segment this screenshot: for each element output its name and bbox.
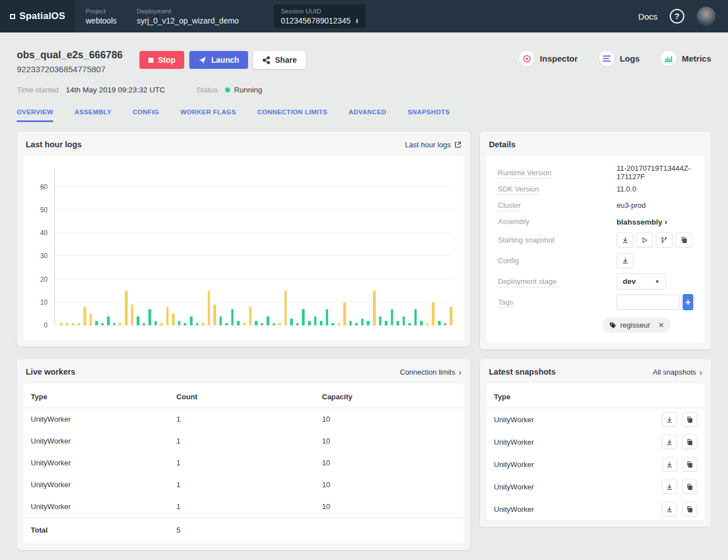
col-capacity: Capacity [315, 384, 464, 408]
last-hour-logs-link[interactable]: Last hour logs [405, 141, 461, 149]
deployment-stage-select[interactable]: dev ▼ [617, 273, 666, 290]
brand-logo[interactable]: SpatialOS [0, 0, 76, 32]
status-label: Status [197, 86, 218, 94]
log-bar-info [391, 309, 394, 325]
log-bar-warning [343, 302, 346, 325]
log-bar-warning [72, 323, 74, 325]
snapshot-type: UnityWorker [487, 453, 592, 475]
snapshot-download-button[interactable] [662, 457, 677, 472]
copy-icon [686, 416, 693, 423]
copy-icon [686, 483, 693, 491]
caret-down-icon: ▼ [655, 279, 660, 284]
latest-snapshots-table: Type UnityWorker UnityWorker [487, 384, 704, 520]
worker-count: 1 [169, 474, 315, 496]
sdk-version-value: 11.0.0 [617, 185, 636, 193]
add-tag-button[interactable]: + [683, 294, 693, 310]
y-tick-label: 50 [40, 206, 48, 214]
tab-connection-limits[interactable]: CONNECTION LIMITS [258, 109, 328, 122]
live-workers-card: Live workers Connection limits › Type Co… [17, 359, 470, 550]
log-bar-warning [278, 323, 281, 325]
user-avatar[interactable] [697, 7, 716, 26]
worker-type: UnityWorker [24, 496, 169, 518]
runtime-version-label: Runtime Version [498, 169, 617, 177]
top-navbar: SpatialOS Project webtools Deployment sy… [0, 0, 728, 32]
session-uuid-value: 0123456789012345 [281, 16, 351, 25]
bar-chart-icon [661, 51, 676, 66]
snapshot-branch-button[interactable] [656, 232, 673, 248]
snapshot-copy-button[interactable] [675, 232, 692, 248]
docs-link[interactable]: Docs [638, 12, 657, 21]
metrics-link[interactable]: Metrics [661, 51, 711, 66]
snapshot-copy-button[interactable] [682, 502, 697, 516]
worker-capacity: 10 [315, 408, 464, 431]
log-bar-warning [249, 307, 252, 325]
snapshot-copy-button[interactable] [682, 435, 697, 449]
snapshot-type: UnityWorker [487, 431, 592, 453]
log-bar-info [355, 323, 358, 325]
log-chart-plot [54, 169, 452, 325]
y-tick-label: 60 [40, 183, 48, 191]
log-bar-info [231, 309, 234, 325]
worker-capacity: 10 [315, 496, 464, 518]
log-bar-info [143, 323, 146, 325]
cluster-value: eu3-prod [617, 201, 646, 209]
deployment-stage-row: Deployment stage dev ▼ [498, 271, 693, 292]
snapshot-download-button[interactable] [662, 435, 677, 449]
snapshot-download-button[interactable] [662, 412, 677, 427]
tab-bar: OVERVIEW ASSEMBLY CONFIG WORKER FLAGS CO… [17, 109, 711, 122]
tab-advanced[interactable]: ADVANCED [349, 109, 387, 122]
y-tick-label: 20 [40, 276, 48, 283]
table-row: UnityWorker110 [24, 496, 464, 518]
snapshot-play-button[interactable] [636, 232, 653, 248]
tab-worker-flags[interactable]: WORKER FLAGS [180, 109, 236, 122]
log-bar-info [332, 323, 334, 325]
tab-snapshots[interactable]: SNAPSHOTS [408, 109, 450, 122]
tags-input[interactable] [617, 295, 679, 310]
config-label: Config [498, 256, 617, 265]
deployment-value: syrj_0_v12_op_wizard_demo [137, 16, 239, 25]
assembly-link[interactable]: blahssembly › [617, 217, 668, 226]
snapshot-download-button[interactable] [617, 232, 633, 248]
tag-text: regisseur [620, 321, 650, 329]
remove-tag-button[interactable]: ✕ [654, 319, 669, 331]
log-bar-warning [131, 305, 134, 325]
latest-snapshots-card: Latest snapshots All snapshots › Type Un… [480, 359, 711, 527]
config-download-button[interactable] [617, 253, 633, 268]
list-item: UnityWorker [487, 498, 704, 520]
log-lines-icon [599, 51, 614, 66]
runtime-version-value: 11-20170719T13444Z-171127F [617, 164, 693, 181]
stop-button[interactable]: Stop [139, 51, 184, 69]
log-bar-warning [60, 323, 63, 325]
tab-assembly[interactable]: ASSEMBLY [74, 109, 111, 122]
snapshot-copy-button[interactable] [682, 457, 697, 472]
snapshot-download-button[interactable] [662, 502, 677, 516]
snapshot-copy-button[interactable] [682, 479, 697, 494]
all-snapshots-link[interactable]: All snapshots › [653, 368, 702, 376]
snapshot-copy-button[interactable] [682, 412, 697, 427]
session-uuid-selector[interactable]: Session UUID 0123456789012345 ▲▼ [274, 4, 366, 28]
worker-capacity: 10 [315, 452, 464, 474]
external-link-icon [454, 141, 461, 148]
total-label: Total [24, 518, 169, 544]
log-chart-yaxis: 0102030405060 [24, 169, 54, 325]
log-bar-info [196, 323, 199, 325]
log-bar-warning [66, 323, 69, 325]
cluster-row: Cluster eu3-prod [498, 197, 693, 213]
runtime-version-row: Runtime Version 11-20170719T13444Z-17112… [498, 164, 693, 181]
launch-button[interactable]: Launch [189, 51, 248, 69]
log-bar-info [414, 309, 417, 325]
connection-limits-link[interactable]: Connection limits › [400, 368, 461, 376]
snapshot-download-button[interactable] [662, 479, 677, 494]
tab-overview[interactable]: OVERVIEW [17, 109, 53, 122]
tab-config[interactable]: CONFIG [133, 109, 159, 122]
log-bar-info [190, 316, 193, 325]
snapshot-type: UnityWorker [487, 408, 592, 431]
log-bar-info [220, 316, 222, 325]
help-icon[interactable]: ? [670, 9, 684, 24]
inspector-link[interactable]: Inspector [519, 51, 578, 66]
log-bar-info [137, 316, 139, 325]
share-button[interactable]: Share [253, 51, 306, 69]
last-hour-logs-chart: 0102030405060 [24, 156, 464, 340]
logs-link[interactable]: Logs [599, 51, 640, 66]
total-value: 5 [169, 518, 315, 544]
